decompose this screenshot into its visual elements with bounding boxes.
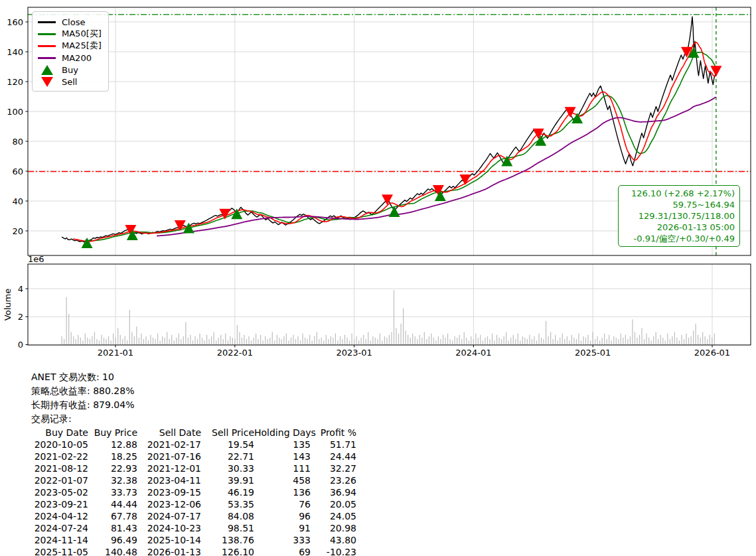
volume-bar	[384, 336, 385, 345]
volume-bar	[417, 339, 417, 344]
column-header: Profit %	[311, 427, 356, 439]
trade-cell: 2023-09-15	[137, 486, 201, 498]
volume-bar	[309, 335, 310, 345]
volume-bar	[90, 339, 90, 344]
sell-triangle-icon	[41, 77, 53, 87]
volume-bar	[328, 339, 329, 344]
volume-bar	[188, 338, 189, 345]
volume-bar	[656, 332, 656, 345]
volume-bar	[244, 335, 244, 345]
volume-bar	[562, 334, 563, 345]
annotation-line: 129.31/130.75/118.00	[623, 210, 735, 222]
volume-bar	[688, 338, 689, 345]
volume-bar	[670, 339, 670, 344]
volume-bar	[489, 339, 490, 344]
volume-bar	[480, 335, 481, 345]
volume-bar	[440, 339, 441, 344]
volume-bar	[171, 335, 172, 345]
volume-bar	[510, 338, 511, 345]
volume-bar	[672, 336, 672, 345]
volume-bar	[408, 335, 408, 345]
volume-bar	[700, 338, 701, 345]
volume-bar	[199, 334, 200, 345]
volume-ytick-label: 0	[18, 340, 23, 350]
volume-bar	[267, 339, 268, 344]
trade-row: 2023-05-0233.732023-09-1546.1913636.94	[31, 486, 356, 498]
volume-bar	[288, 340, 289, 344]
volume-bar	[529, 335, 530, 345]
volume-bar	[363, 335, 364, 345]
volume-bar	[331, 336, 331, 345]
ytick-label: 80	[12, 137, 23, 147]
volume-bar	[230, 336, 230, 345]
volume-bar	[71, 332, 72, 345]
trade-cell: 32.38	[88, 474, 137, 486]
trade-cell: 96.49	[88, 534, 137, 546]
xtick-label: 2021-01	[98, 348, 133, 358]
volume-bar	[76, 339, 76, 344]
trade-row: 2024-07-2481.432024-10-2398.519120.98	[31, 522, 356, 534]
volume-bar	[426, 339, 427, 344]
legend-item-ma25: MA25[卖]	[38, 40, 102, 52]
xtick-label: 2023-01	[336, 348, 372, 358]
legend-item-label: MA200	[62, 53, 92, 63]
volume-bar	[712, 338, 712, 345]
volume-bar	[609, 335, 609, 345]
volume-bar	[637, 338, 637, 345]
volume-bar	[466, 338, 467, 345]
volume-bar	[160, 340, 161, 344]
volume-bar	[85, 334, 86, 345]
volume-bar	[625, 335, 626, 345]
volume-bar	[293, 335, 293, 345]
volume-bar	[206, 335, 207, 345]
volume-bar	[419, 335, 420, 345]
volume-bar	[686, 334, 686, 345]
summary-trade-count: ANET 交易次数: 10	[31, 370, 134, 384]
volume-bar	[501, 339, 502, 344]
volume-bar	[239, 332, 240, 345]
trade-cell: 2026-01-13	[137, 546, 201, 556]
volume-bar	[621, 334, 621, 345]
chart-legend: CloseMA50[买]MA25[卖]MA200BuySell	[32, 11, 109, 92]
volume-bar	[106, 339, 106, 344]
volume-bar	[234, 339, 235, 344]
volume-bar	[524, 338, 525, 345]
volume-bar	[155, 339, 155, 344]
volume-bar	[176, 338, 177, 345]
volume-bar	[143, 339, 144, 344]
trade-cell: 67.78	[88, 510, 137, 522]
volume-bar	[653, 336, 654, 345]
line-swatch	[38, 33, 56, 35]
trade-row: 2021-02-2218.252021-07-1622.7114324.44	[31, 451, 356, 462]
ytick-label: 60	[12, 167, 23, 176]
trade-row: 2023-09-2144.442023-12-0653.357620.05	[31, 498, 356, 510]
column-header: Sell Price	[201, 427, 254, 439]
volume-bar	[389, 335, 390, 345]
volume-bar	[228, 340, 228, 344]
volume-bar	[307, 339, 308, 344]
volume-bar	[674, 332, 675, 345]
volume-bar	[248, 336, 249, 345]
volume-bar	[573, 338, 574, 345]
trade-cell: 98.51	[201, 522, 254, 534]
volume-bar	[122, 339, 123, 344]
trade-cell: 2023-05-02	[31, 486, 88, 498]
volume-bar	[129, 310, 130, 345]
volume-bar	[113, 334, 113, 345]
volume-bar	[269, 338, 270, 345]
buy-triangle-icon	[41, 65, 53, 75]
trade-cell: 46.19	[201, 486, 254, 498]
column-header: Buy Date	[31, 427, 88, 439]
volume-bar	[433, 338, 434, 345]
volume-bar	[483, 340, 483, 344]
volume-bar	[714, 334, 715, 345]
trade-cell: 30.33	[201, 462, 254, 474]
volume-bar	[150, 335, 151, 345]
volume-bar	[604, 334, 605, 345]
trade-cell: 2023-09-21	[31, 498, 88, 510]
volume-bar	[396, 328, 396, 344]
volume-bar	[272, 332, 273, 345]
volume-bar	[452, 340, 453, 344]
legend-marker-swatch	[38, 65, 56, 75]
summary-records-title: 交易记录:	[31, 412, 134, 426]
